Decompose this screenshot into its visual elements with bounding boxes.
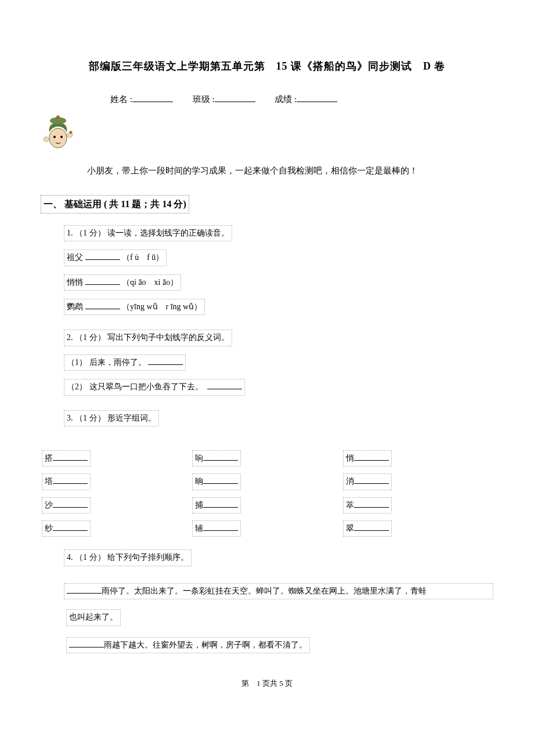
table-row: 塔 晌 消 <box>42 473 492 495</box>
q3-char-shang: 晌 <box>195 477 203 486</box>
page-number: 第 1 页共 5 页 <box>41 678 493 690</box>
q3-blank[interactable] <box>354 500 389 508</box>
name-label: 姓名 : <box>110 95 132 104</box>
q3-char-xiang: 响 <box>195 454 203 462</box>
question-1: 1. （1 分） 读一读，选择划线字的正确读音。 祖父 （f ù f ū） 悄悄… <box>64 225 493 316</box>
q2-line2: （2） 这只翠鸟一口把小鱼吞了下去。 <box>64 379 245 395</box>
q2-line1: （1） 后来，雨停了。 <box>64 355 186 371</box>
q3-char-da: 搭 <box>45 454 53 462</box>
q4-p1-container: 雨停了。太阳出来了。一条彩虹挂在天空。蝉叫了。蜘蛛又坐在网上。池塘里水满了，青蛙 <box>64 583 493 599</box>
q3-blank[interactable] <box>354 476 389 484</box>
q1-text-yingwu: 鹦鹉 <box>67 302 83 311</box>
svg-point-3 <box>53 136 56 138</box>
svg-point-6 <box>67 133 73 138</box>
section-1-header: 一、 基础运用 ( 共 11 题；共 14 分) <box>41 195 189 214</box>
question-4: 4. （1 分） 给下列句子排列顺序。 <box>64 549 493 574</box>
greeting-text: 小朋友，带上你一段时间的学习成果，一起来做个自我检测吧，相信你一定是最棒的！ <box>87 164 493 178</box>
q3-char-sha: 沙 <box>45 501 53 509</box>
q1-line1: 祖父 （f ù f ū） <box>64 249 167 266</box>
q4-p2-text: 雨越下越大。往窗外望去，树啊，房子啊，都看不清了。 <box>104 641 307 649</box>
q3-word-table: 搭 响 悄 塔 晌 消 沙 捕 萃 纱 辅 翠 <box>41 449 493 544</box>
q1-blank-1[interactable] <box>85 252 120 260</box>
svg-point-2 <box>56 115 60 119</box>
score-label: 成绩 : <box>275 95 297 104</box>
q3-char-cui4: 萃 <box>346 501 354 509</box>
q1-options-3: （yīng wǔ r īng wǔ） <box>122 302 202 311</box>
q2-blank-2[interactable] <box>207 381 242 389</box>
question-2: 2. （1 分） 写出下列句子中划线字的反义词。 （1） 后来，雨停了。 （2）… <box>64 330 493 395</box>
table-row: 搭 响 悄 <box>42 450 492 472</box>
q4-p1-text: 雨停了。太阳出来了。一条彩虹挂在天空。蝉叫了。蜘蛛又坐在网上。池塘里水满了，青蛙 <box>102 587 427 595</box>
q2-blank-1[interactable] <box>148 357 183 365</box>
q1-label: 1. （1 分） 读一读，选择划线字的正确读音。 <box>64 225 232 241</box>
q3-blank[interactable] <box>203 500 238 508</box>
q2-text-2: （2） 这只翠鸟一口把小鱼吞了下去。 <box>67 382 203 391</box>
q4-blank-1[interactable] <box>67 585 102 594</box>
table-row: 沙 捕 萃 <box>42 497 492 519</box>
q1-line3: 鹦鹉 （yīng wǔ r īng wǔ） <box>64 299 205 315</box>
q3-blank[interactable] <box>53 453 88 461</box>
q4-label: 4. （1 分） 给下列句子排列顺序。 <box>64 549 192 566</box>
svg-point-7 <box>70 131 73 133</box>
q3-blank[interactable] <box>203 476 238 484</box>
q1-blank-2[interactable] <box>85 277 120 285</box>
q1-options-1: （f ù f ū） <box>122 253 164 262</box>
q1-blank-3[interactable] <box>85 301 120 309</box>
name-blank[interactable] <box>132 94 173 102</box>
q1-line2: 悄悄 （qi āo xi āo） <box>64 274 181 291</box>
class-blank[interactable] <box>215 94 255 102</box>
q3-label: 3. （1 分） 形近字组词。 <box>64 410 159 426</box>
q3-blank[interactable] <box>53 476 88 484</box>
q4-p2-container: 雨越下越大。往窗外望去，树啊，房子啊，都看不清了。 <box>64 636 493 654</box>
q1-text-qiaoqiao: 悄悄 <box>67 278 83 287</box>
question-3: 3. （1 分） 形近字组词。 <box>64 410 493 435</box>
q3-char-bu: 捕 <box>195 501 203 509</box>
q3-char-xiao3: 消 <box>346 477 354 486</box>
document-title: 部编版三年级语文上学期第五单元第 15 课《搭船的鸟》同步测试 D 卷 <box>41 58 493 75</box>
svg-point-5 <box>44 137 49 142</box>
q3-blank[interactable] <box>354 453 389 461</box>
q3-blank[interactable] <box>354 523 389 531</box>
score-blank[interactable] <box>297 94 337 102</box>
q2-label: 2. （1 分） 写出下列句子中划线字的反义词。 <box>64 330 232 346</box>
svg-point-4 <box>60 136 63 138</box>
svg-point-0 <box>49 128 67 148</box>
avatar-block <box>41 115 493 155</box>
q3-blank[interactable] <box>53 500 88 508</box>
q3-char-ta: 塔 <box>45 477 53 486</box>
table-row: 纱 辅 翠 <box>42 520 492 542</box>
q3-char-fu3: 辅 <box>195 524 203 533</box>
student-info-line: 姓名 : 班级 : 成绩 : <box>41 92 493 106</box>
q3-blank[interactable] <box>203 453 238 461</box>
q3-char-qiao: 悄 <box>346 454 354 462</box>
q3-char-cui: 翠 <box>346 524 354 533</box>
class-label: 班级 : <box>193 95 215 104</box>
q1-text-zufu: 祖父 <box>67 253 83 262</box>
q1-options-2: （qi āo xi āo） <box>122 278 178 287</box>
q3-blank[interactable] <box>203 523 238 531</box>
q3-blank[interactable] <box>53 523 88 531</box>
q4-p1b-container: 也叫起来了。 <box>64 608 493 627</box>
q4-p1b-text: 也叫起来了。 <box>66 609 121 625</box>
q3-char-sha1: 纱 <box>45 524 53 533</box>
q4-blank-2[interactable] <box>69 639 104 648</box>
q2-text-1: （1） 后来，雨停了。 <box>67 358 146 367</box>
cartoon-avatar-icon <box>41 115 75 151</box>
